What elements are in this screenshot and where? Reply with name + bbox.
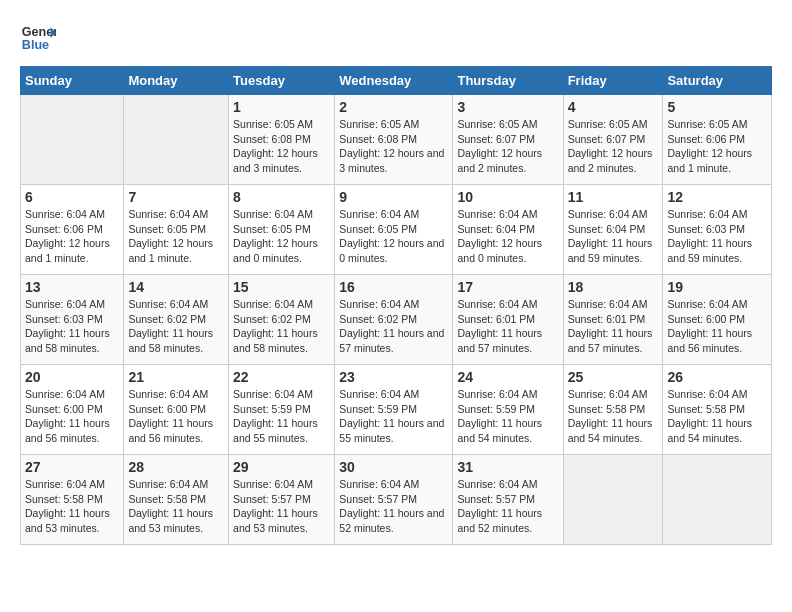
day-info: Sunrise: 6:04 AM Sunset: 6:06 PM Dayligh… <box>25 207 119 266</box>
day-info: Sunrise: 6:04 AM Sunset: 6:00 PM Dayligh… <box>25 387 119 446</box>
day-info: Sunrise: 6:05 AM Sunset: 6:06 PM Dayligh… <box>667 117 767 176</box>
calendar-cell: 26Sunrise: 6:04 AM Sunset: 5:58 PM Dayli… <box>663 365 772 455</box>
day-number: 29 <box>233 459 330 475</box>
day-info: Sunrise: 6:04 AM Sunset: 6:03 PM Dayligh… <box>667 207 767 266</box>
day-info: Sunrise: 6:05 AM Sunset: 6:08 PM Dayligh… <box>233 117 330 176</box>
day-number: 23 <box>339 369 448 385</box>
day-number: 20 <box>25 369 119 385</box>
day-number: 27 <box>25 459 119 475</box>
day-info: Sunrise: 6:05 AM Sunset: 6:07 PM Dayligh… <box>568 117 659 176</box>
day-number: 22 <box>233 369 330 385</box>
calendar-cell: 20Sunrise: 6:04 AM Sunset: 6:00 PM Dayli… <box>21 365 124 455</box>
calendar-cell: 16Sunrise: 6:04 AM Sunset: 6:02 PM Dayli… <box>335 275 453 365</box>
day-info: Sunrise: 6:04 AM Sunset: 6:01 PM Dayligh… <box>457 297 558 356</box>
weekday-header-row: SundayMondayTuesdayWednesdayThursdayFrid… <box>21 67 772 95</box>
day-number: 5 <box>667 99 767 115</box>
calendar-cell: 21Sunrise: 6:04 AM Sunset: 6:00 PM Dayli… <box>124 365 229 455</box>
day-number: 25 <box>568 369 659 385</box>
day-info: Sunrise: 6:04 AM Sunset: 6:05 PM Dayligh… <box>128 207 224 266</box>
day-number: 11 <box>568 189 659 205</box>
calendar-cell: 30Sunrise: 6:04 AM Sunset: 5:57 PM Dayli… <box>335 455 453 545</box>
day-info: Sunrise: 6:04 AM Sunset: 5:58 PM Dayligh… <box>128 477 224 536</box>
calendar-cell: 4Sunrise: 6:05 AM Sunset: 6:07 PM Daylig… <box>563 95 663 185</box>
logo-icon: General Blue <box>20 20 56 56</box>
calendar-body: 1Sunrise: 6:05 AM Sunset: 6:08 PM Daylig… <box>21 95 772 545</box>
week-row-5: 27Sunrise: 6:04 AM Sunset: 5:58 PM Dayli… <box>21 455 772 545</box>
calendar-cell: 9Sunrise: 6:04 AM Sunset: 6:05 PM Daylig… <box>335 185 453 275</box>
day-info: Sunrise: 6:04 AM Sunset: 5:58 PM Dayligh… <box>568 387 659 446</box>
day-number: 7 <box>128 189 224 205</box>
calendar-cell: 7Sunrise: 6:04 AM Sunset: 6:05 PM Daylig… <box>124 185 229 275</box>
day-number: 1 <box>233 99 330 115</box>
weekday-header-tuesday: Tuesday <box>229 67 335 95</box>
calendar-cell: 27Sunrise: 6:04 AM Sunset: 5:58 PM Dayli… <box>21 455 124 545</box>
calendar-cell: 2Sunrise: 6:05 AM Sunset: 6:08 PM Daylig… <box>335 95 453 185</box>
week-row-2: 6Sunrise: 6:04 AM Sunset: 6:06 PM Daylig… <box>21 185 772 275</box>
day-number: 6 <box>25 189 119 205</box>
calendar-cell: 31Sunrise: 6:04 AM Sunset: 5:57 PM Dayli… <box>453 455 563 545</box>
day-info: Sunrise: 6:04 AM Sunset: 5:57 PM Dayligh… <box>457 477 558 536</box>
day-number: 4 <box>568 99 659 115</box>
day-number: 14 <box>128 279 224 295</box>
calendar-cell: 11Sunrise: 6:04 AM Sunset: 6:04 PM Dayli… <box>563 185 663 275</box>
day-number: 19 <box>667 279 767 295</box>
day-number: 24 <box>457 369 558 385</box>
calendar-cell: 14Sunrise: 6:04 AM Sunset: 6:02 PM Dayli… <box>124 275 229 365</box>
week-row-4: 20Sunrise: 6:04 AM Sunset: 6:00 PM Dayli… <box>21 365 772 455</box>
day-number: 15 <box>233 279 330 295</box>
calendar-cell <box>124 95 229 185</box>
day-number: 13 <box>25 279 119 295</box>
calendar-cell: 29Sunrise: 6:04 AM Sunset: 5:57 PM Dayli… <box>229 455 335 545</box>
calendar-cell: 17Sunrise: 6:04 AM Sunset: 6:01 PM Dayli… <box>453 275 563 365</box>
calendar-cell: 15Sunrise: 6:04 AM Sunset: 6:02 PM Dayli… <box>229 275 335 365</box>
day-number: 8 <box>233 189 330 205</box>
calendar-cell <box>21 95 124 185</box>
day-number: 3 <box>457 99 558 115</box>
day-info: Sunrise: 6:05 AM Sunset: 6:08 PM Dayligh… <box>339 117 448 176</box>
day-number: 21 <box>128 369 224 385</box>
day-info: Sunrise: 6:04 AM Sunset: 6:02 PM Dayligh… <box>128 297 224 356</box>
weekday-header-monday: Monday <box>124 67 229 95</box>
day-info: Sunrise: 6:04 AM Sunset: 6:05 PM Dayligh… <box>233 207 330 266</box>
day-info: Sunrise: 6:04 AM Sunset: 6:02 PM Dayligh… <box>233 297 330 356</box>
weekday-header-thursday: Thursday <box>453 67 563 95</box>
day-number: 10 <box>457 189 558 205</box>
weekday-header-saturday: Saturday <box>663 67 772 95</box>
day-number: 28 <box>128 459 224 475</box>
day-number: 30 <box>339 459 448 475</box>
day-info: Sunrise: 6:05 AM Sunset: 6:07 PM Dayligh… <box>457 117 558 176</box>
day-info: Sunrise: 6:04 AM Sunset: 6:01 PM Dayligh… <box>568 297 659 356</box>
calendar-cell: 10Sunrise: 6:04 AM Sunset: 6:04 PM Dayli… <box>453 185 563 275</box>
day-info: Sunrise: 6:04 AM Sunset: 6:04 PM Dayligh… <box>457 207 558 266</box>
day-number: 2 <box>339 99 448 115</box>
weekday-header-sunday: Sunday <box>21 67 124 95</box>
calendar-cell: 8Sunrise: 6:04 AM Sunset: 6:05 PM Daylig… <box>229 185 335 275</box>
calendar-cell: 3Sunrise: 6:05 AM Sunset: 6:07 PM Daylig… <box>453 95 563 185</box>
calendar-cell <box>563 455 663 545</box>
calendar-cell: 13Sunrise: 6:04 AM Sunset: 6:03 PM Dayli… <box>21 275 124 365</box>
weekday-header-friday: Friday <box>563 67 663 95</box>
day-info: Sunrise: 6:04 AM Sunset: 5:57 PM Dayligh… <box>339 477 448 536</box>
calendar-table: SundayMondayTuesdayWednesdayThursdayFrid… <box>20 66 772 545</box>
page-header: General Blue <box>20 20 772 56</box>
day-number: 31 <box>457 459 558 475</box>
day-info: Sunrise: 6:04 AM Sunset: 5:59 PM Dayligh… <box>339 387 448 446</box>
day-info: Sunrise: 6:04 AM Sunset: 5:59 PM Dayligh… <box>457 387 558 446</box>
weekday-header-wednesday: Wednesday <box>335 67 453 95</box>
calendar-cell: 28Sunrise: 6:04 AM Sunset: 5:58 PM Dayli… <box>124 455 229 545</box>
day-info: Sunrise: 6:04 AM Sunset: 5:57 PM Dayligh… <box>233 477 330 536</box>
day-info: Sunrise: 6:04 AM Sunset: 6:02 PM Dayligh… <box>339 297 448 356</box>
calendar-cell: 1Sunrise: 6:05 AM Sunset: 6:08 PM Daylig… <box>229 95 335 185</box>
svg-text:Blue: Blue <box>22 38 49 52</box>
calendar-cell: 19Sunrise: 6:04 AM Sunset: 6:00 PM Dayli… <box>663 275 772 365</box>
week-row-1: 1Sunrise: 6:05 AM Sunset: 6:08 PM Daylig… <box>21 95 772 185</box>
day-info: Sunrise: 6:04 AM Sunset: 6:03 PM Dayligh… <box>25 297 119 356</box>
logo: General Blue <box>20 20 56 56</box>
day-number: 12 <box>667 189 767 205</box>
calendar-cell: 22Sunrise: 6:04 AM Sunset: 5:59 PM Dayli… <box>229 365 335 455</box>
day-info: Sunrise: 6:04 AM Sunset: 6:05 PM Dayligh… <box>339 207 448 266</box>
day-info: Sunrise: 6:04 AM Sunset: 6:00 PM Dayligh… <box>667 297 767 356</box>
calendar-cell: 12Sunrise: 6:04 AM Sunset: 6:03 PM Dayli… <box>663 185 772 275</box>
day-number: 9 <box>339 189 448 205</box>
day-info: Sunrise: 6:04 AM Sunset: 5:59 PM Dayligh… <box>233 387 330 446</box>
